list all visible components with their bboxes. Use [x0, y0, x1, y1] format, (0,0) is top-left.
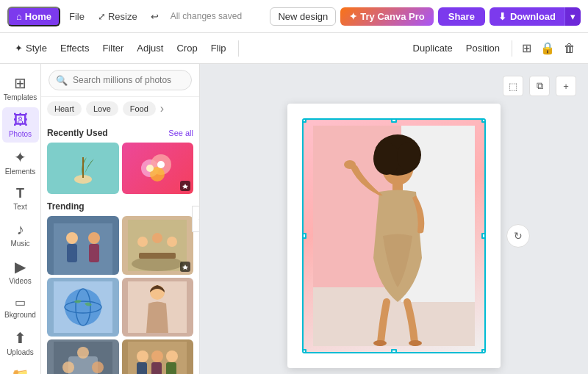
category-heart[interactable]: Heart: [47, 101, 82, 116]
toolbar: ✦ Style Effects Filter Adjust Crop Flip …: [0, 33, 588, 64]
svg-point-10: [88, 232, 100, 244]
trending-title: Trending: [47, 201, 85, 212]
handle-middle-right[interactable]: [481, 233, 486, 239]
resize-button[interactable]: ⤢ Resize: [93, 8, 142, 25]
toolbar-divider2: [512, 40, 512, 57]
svg-rect-9: [67, 244, 77, 262]
svg-point-26: [62, 362, 74, 373]
adjust-button[interactable]: Adjust: [131, 39, 169, 57]
music-label: Music: [10, 240, 29, 248]
home-button[interactable]: ⌂ Home: [7, 7, 60, 26]
delete-icon-button[interactable]: 🗑: [560, 38, 579, 59]
templates-icon: ⊞: [14, 74, 26, 92]
file-button[interactable]: File: [65, 8, 89, 25]
style-icon: ✦: [15, 43, 23, 54]
category-food[interactable]: Food: [123, 101, 156, 116]
trending-photo-6[interactable]: [122, 339, 194, 374]
new-design-button[interactable]: New design: [270, 7, 336, 26]
handle-top-middle[interactable]: [391, 118, 397, 123]
grid-icon-button[interactable]: ⊞: [518, 37, 535, 59]
sidebar-icons: ⊞ Templates 🖼 Photos ✦ Elements T Text ♪…: [0, 64, 41, 374]
trending-photo-2[interactable]: [122, 216, 194, 275]
selected-image[interactable]: ↻: [302, 118, 486, 353]
refresh-icon: ↻: [514, 230, 523, 242]
elements-icon: ✦: [14, 148, 26, 166]
frame-icon-button[interactable]: ⬚: [503, 76, 523, 96]
handle-bottom-middle[interactable]: [391, 349, 397, 353]
download-dropdown-button[interactable]: ▾: [564, 7, 581, 26]
sidebar-item-templates[interactable]: ⊞ Templates: [2, 70, 39, 106]
svg-point-28: [77, 347, 89, 359]
duplicate-button[interactable]: Duplicate: [407, 39, 459, 57]
folders-icon: 📁: [11, 367, 29, 374]
photos-icon: 🖼: [13, 112, 28, 129]
try-canva-button[interactable]: ✦ Try Canva Pro: [340, 7, 433, 26]
recent-photo-2[interactable]: [122, 143, 194, 194]
svg-rect-17: [139, 253, 176, 259]
refresh-button[interactable]: ↻: [506, 224, 530, 248]
svg-point-56: [344, 160, 356, 169]
svg-point-53: [373, 143, 400, 175]
see-all-button[interactable]: See all: [168, 129, 193, 137]
categories-bar: Heart Love Food ›: [41, 97, 199, 121]
svg-point-58: [409, 340, 422, 346]
canvas-page: ↻ ↻: [287, 104, 501, 368]
search-input[interactable]: [49, 70, 192, 90]
music-icon: ♪: [17, 221, 24, 238]
sidebar-item-music[interactable]: ♪ Music: [2, 217, 39, 252]
crop-button[interactable]: Crop: [171, 39, 203, 57]
handle-bottom-right[interactable]: [481, 349, 486, 353]
copy-icon-button[interactable]: ⧉: [529, 76, 550, 96]
category-love[interactable]: Love: [86, 101, 118, 116]
top-navbar: ⌂ Home File ⤢ Resize ↩ All changes saved…: [0, 0, 588, 33]
recent-photo-1[interactable]: [47, 143, 119, 194]
svg-rect-36: [166, 362, 176, 375]
lock-icon-button[interactable]: 🔒: [537, 37, 559, 59]
categories-more-button[interactable]: ›: [160, 102, 164, 115]
panel-content: Recently Used See all: [41, 121, 199, 374]
background-label: Bkground: [4, 311, 36, 319]
svg-point-33: [166, 350, 178, 362]
photo-badge-trending-2: [180, 262, 190, 272]
handle-bottom-left[interactable]: [302, 349, 306, 353]
filter-button[interactable]: Filter: [96, 39, 129, 57]
sidebar-item-background[interactable]: ▭ Bkground: [2, 291, 39, 323]
position-button[interactable]: Position: [460, 39, 506, 57]
sidebar-item-elements[interactable]: ✦ Elements: [2, 144, 39, 180]
svg-point-6: [157, 161, 165, 168]
handle-middle-left[interactable]: [302, 233, 306, 239]
svg-point-5: [146, 165, 154, 172]
undo-button[interactable]: ↩: [146, 8, 163, 25]
svg-point-31: [137, 350, 148, 362]
search-icon: 🔍: [56, 75, 68, 86]
canvas-wrapper: ↻ ↻ + Add a new page: [212, 104, 576, 374]
sidebar-item-text[interactable]: T Text: [2, 181, 39, 215]
trending-photo-1[interactable]: [47, 216, 119, 275]
svg-point-16: [167, 237, 177, 247]
svg-point-57: [373, 340, 387, 346]
handle-top-right[interactable]: [481, 118, 486, 123]
svg-point-27: [92, 362, 104, 373]
sidebar-item-photos[interactable]: 🖼 Photos: [2, 107, 39, 143]
sidebar-item-folders[interactable]: 📁 Folders: [2, 362, 39, 374]
panel-collapse-button[interactable]: ‹: [192, 206, 200, 232]
trending-grid: [47, 216, 193, 374]
save-status: All changes saved: [171, 11, 242, 21]
photo-badge-2: [180, 181, 190, 191]
handle-top-left[interactable]: [302, 118, 306, 123]
file-label: File: [69, 11, 85, 22]
share-button[interactable]: Share: [438, 7, 485, 26]
add-page-icon-button[interactable]: +: [556, 76, 576, 96]
sidebar-item-uploads[interactable]: ⬆ Uploads: [2, 325, 39, 361]
flip-button[interactable]: Flip: [205, 39, 232, 57]
sidebar-item-videos[interactable]: ▶ Videos: [2, 253, 39, 290]
trending-photo-3[interactable]: [47, 278, 119, 337]
videos-icon: ▶: [15, 258, 26, 276]
effects-button[interactable]: Effects: [54, 39, 96, 57]
download-button[interactable]: ⬇ Download: [490, 7, 564, 26]
svg-rect-35: [151, 362, 162, 375]
picnic-image: [128, 220, 187, 271]
style-button[interactable]: ✦ Style: [9, 39, 53, 57]
trending-photo-4[interactable]: [122, 278, 194, 337]
trending-photo-5[interactable]: [47, 339, 119, 374]
